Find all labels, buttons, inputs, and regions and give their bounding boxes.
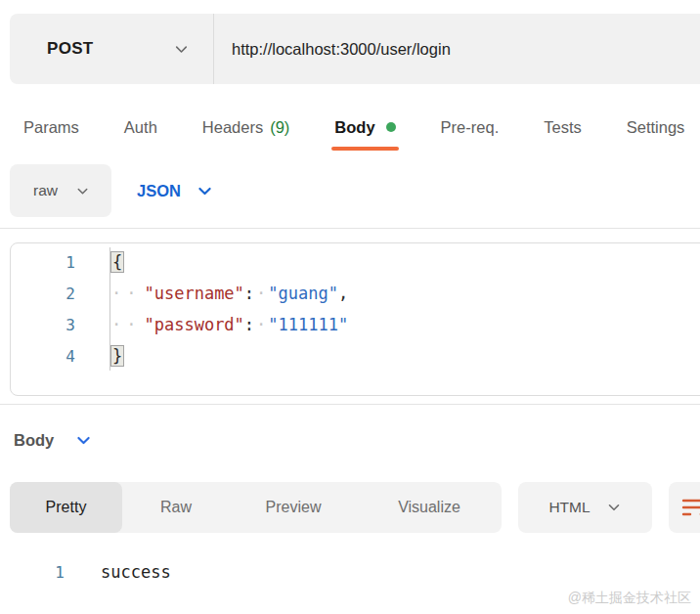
method-dropdown[interactable]: POST <box>10 14 213 84</box>
tab-label: Tests <box>544 118 582 137</box>
code-line: 2 "username":"guang", <box>11 278 700 309</box>
response-text: success <box>65 562 171 582</box>
headers-count-badge: (9) <box>270 118 289 137</box>
line-number: 1 <box>11 253 75 272</box>
tab-tests[interactable]: Tests <box>544 104 582 151</box>
chevron-down-icon <box>75 184 90 198</box>
code-line: 3 "password":"111111" <box>11 309 700 340</box>
code-content: } <box>75 346 123 366</box>
view-tab-preview[interactable]: Preview <box>230 482 357 533</box>
open-brace-token: { <box>111 252 123 272</box>
response-body-dropdown[interactable]: Body <box>14 424 92 456</box>
body-has-content-dot-icon <box>386 122 396 132</box>
tab-body[interactable]: Body <box>334 104 395 151</box>
response-view-switcher: Pretty Raw Preview Visualize <box>10 482 502 533</box>
code-content: "password":"111111" <box>75 315 348 334</box>
request-url-bar: POST http://localhost:3000/user/login <box>10 14 700 84</box>
tab-label: Settings <box>627 118 685 137</box>
json-value-token: "guang" <box>268 284 338 303</box>
body-language-dropdown[interactable]: JSON <box>137 182 213 200</box>
postman-app: { "colors": { "accent_orange": "#F26B3A"… <box>0 0 700 614</box>
divider <box>0 404 700 405</box>
tab-label: Body <box>334 118 374 137</box>
view-tab-raw[interactable]: Raw <box>122 482 230 533</box>
view-tab-label: Raw <box>160 499 192 516</box>
tab-headers[interactable]: Headers (9) <box>202 104 290 151</box>
line-number: 1 <box>0 563 65 582</box>
response-format-dropdown[interactable]: HTML <box>518 482 652 533</box>
json-key-token: "password" <box>144 315 243 334</box>
body-format-dropdown[interactable]: raw <box>10 164 111 217</box>
tab-settings[interactable]: Settings <box>627 104 685 151</box>
tab-label: Auth <box>124 118 157 137</box>
chevron-down-icon <box>75 432 92 449</box>
json-key-token: "username" <box>144 284 243 303</box>
code-line: 4 } <box>11 340 700 372</box>
response-section-label: Body <box>14 431 54 450</box>
body-language-label: JSON <box>137 182 181 200</box>
comma-token: , <box>338 284 348 303</box>
whitespace-dots <box>111 284 144 303</box>
indent-guide <box>109 247 110 371</box>
whitespace-dots <box>111 315 144 334</box>
tab-params[interactable]: Params <box>23 104 79 151</box>
code-line: 1 { <box>11 246 700 278</box>
tab-label: Headers <box>202 118 263 137</box>
close-brace-token: } <box>111 346 123 366</box>
whitespace-dot <box>254 315 268 334</box>
view-tab-label: Preview <box>266 499 322 516</box>
code-content: "username":"guang", <box>75 284 348 303</box>
line-number: 3 <box>11 316 75 334</box>
response-format-label: HTML <box>548 499 590 516</box>
watermark: @稀土掘金技术社区 <box>568 590 691 607</box>
url-input[interactable]: http://localhost:3000/user/login <box>214 40 700 59</box>
wrap-lines-icon <box>681 497 700 518</box>
tab-label: Pre-req. <box>441 118 500 137</box>
tab-auth[interactable]: Auth <box>124 104 157 151</box>
method-label: POST <box>47 39 94 59</box>
view-tab-label: Pretty <box>46 499 87 516</box>
view-tab-pretty[interactable]: Pretty <box>10 482 122 533</box>
chevron-down-icon <box>197 183 213 199</box>
line-number: 2 <box>11 285 75 303</box>
json-value-token: "111111" <box>268 315 348 334</box>
request-tabs: Params Auth Headers (9) Body Pre-req. Te… <box>23 104 700 151</box>
response-toolbar: Pretty Raw Preview Visualize HTML <box>10 482 700 533</box>
whitespace-dot <box>254 284 268 303</box>
code-content: { <box>75 252 123 272</box>
chevron-down-icon <box>606 500 622 515</box>
tab-pre-request[interactable]: Pre-req. <box>441 104 500 151</box>
body-format-label: raw <box>33 182 58 199</box>
request-body-editor[interactable]: 1 { 2 "username":"guang", 3 "password":"… <box>10 242 700 396</box>
line-number: 4 <box>11 347 75 366</box>
view-tab-visualize[interactable]: Visualize <box>357 482 502 533</box>
colon-token: : <box>244 315 254 334</box>
tab-label: Params <box>23 118 79 137</box>
wrap-lines-button[interactable] <box>669 482 700 533</box>
divider <box>0 228 700 229</box>
colon-token: : <box>244 284 254 303</box>
chevron-down-icon <box>173 41 190 58</box>
view-tab-label: Visualize <box>398 499 460 516</box>
body-format-row: raw JSON <box>10 164 213 217</box>
response-body-line: 1 success <box>0 556 171 588</box>
